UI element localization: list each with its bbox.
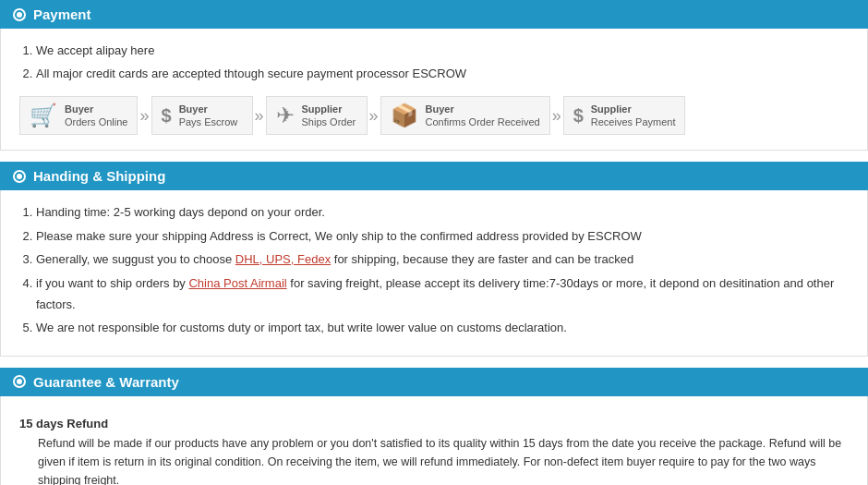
payment-section: Payment We accept alipay here All major … xyxy=(0,0,868,151)
guarantee-body: 15 days Refund Refund will be made if ou… xyxy=(0,396,868,485)
arrow-icon-2: » xyxy=(253,106,266,126)
list-item: Handing time: 2-5 working days depond on… xyxy=(36,201,849,223)
cart-icon: 🛒 xyxy=(30,103,57,128)
step4-title: Buyer xyxy=(426,103,540,115)
step3-title: Supplier xyxy=(302,103,356,115)
list-item: Generally, we suggust you to choose DHL,… xyxy=(36,249,849,270)
shipping-list: Handing time: 2-5 working days depond on… xyxy=(19,201,849,338)
shipping-header: Handing & Shipping xyxy=(0,162,868,190)
payment-body: We accept alipay here All major credit c… xyxy=(0,29,868,151)
chinapost-link[interactable]: China Post Airmail xyxy=(188,276,286,290)
guarantee-title: Guarantee & Warranty xyxy=(33,374,179,390)
list-item: We accept alipay here xyxy=(36,40,849,61)
step1-subtitle: Orders Online xyxy=(65,116,127,127)
payment-title: Payment xyxy=(33,6,91,22)
payment-list: We accept alipay here All major credit c… xyxy=(19,40,849,85)
escrow-step-4: 📦 Buyer Confirms Order Received xyxy=(380,96,550,136)
escrow-step-3: ✈ Supplier Ships Order xyxy=(266,96,368,136)
plane-icon: ✈ xyxy=(276,103,295,128)
guarantee-header: Guarantee & Warranty xyxy=(0,368,868,396)
step3-subtitle: Ships Order xyxy=(302,116,356,127)
list-item: We are not responsible for customs duty … xyxy=(36,317,849,338)
dollar-icon-2: $ xyxy=(573,105,584,127)
step1-title: Buyer xyxy=(65,103,127,115)
shipping-bullet-icon xyxy=(13,170,26,183)
step2-subtitle: Pays Escrow xyxy=(179,116,238,127)
guarantee-section: Guarantee & Warranty 15 days Refund Refu… xyxy=(0,368,868,485)
list-item: Please make sure your shipping Address i… xyxy=(36,225,849,247)
shipping-section: Handing & Shipping Handing time: 2-5 wor… xyxy=(0,162,868,356)
arrow-icon-4: » xyxy=(550,106,563,126)
box-icon: 📦 xyxy=(391,103,418,128)
list-item: All major credit cards are accepted thto… xyxy=(36,63,849,84)
shipping-title: Handing & Shipping xyxy=(33,168,165,184)
escrow-step-5: $ Supplier Receives Payment xyxy=(563,96,686,136)
payment-bullet-icon xyxy=(13,8,26,21)
dollar-icon-1: $ xyxy=(162,105,172,127)
refund-block: 15 days Refund Refund will be made if ou… xyxy=(19,417,849,485)
list-item: if you want to ship orders by China Post… xyxy=(36,273,849,316)
step2-title: Buyer xyxy=(179,103,238,115)
step5-subtitle: Receives Payment xyxy=(591,116,676,127)
escrow-step-1: 🛒 Buyer Orders Online xyxy=(19,96,138,136)
step5-title: Supplier xyxy=(591,103,676,115)
shipping-body: Handing time: 2-5 working days depond on… xyxy=(0,190,868,356)
arrow-icon-3: » xyxy=(368,106,380,126)
refund-title: 15 days Refund xyxy=(19,417,849,430)
refund-body: Refund will be made if our products have… xyxy=(19,434,849,485)
dhl-link[interactable]: DHL, UPS, Fedex xyxy=(235,252,331,266)
escrow-flow: 🛒 Buyer Orders Online » $ Buyer Pays Esc… xyxy=(19,96,849,136)
guarantee-bullet-icon xyxy=(13,375,26,388)
step4-subtitle: Confirms Order Received xyxy=(426,116,540,127)
escrow-step-2: $ Buyer Pays Escrow xyxy=(151,96,253,136)
arrow-icon-1: » xyxy=(138,106,151,126)
payment-header: Payment xyxy=(0,0,868,29)
